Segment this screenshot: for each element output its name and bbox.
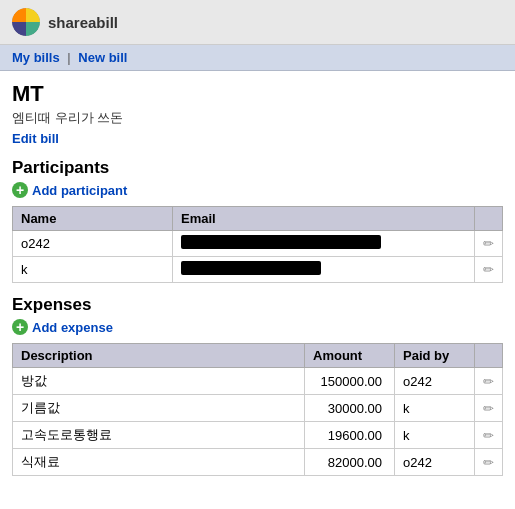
edit-expense-icon[interactable]: ✏: [483, 428, 494, 443]
expense-paid-by: k: [395, 395, 475, 422]
table-row: 식재료82000.00o242✏: [13, 449, 503, 476]
participants-col-email: Email: [173, 207, 475, 231]
table-row: 방값150000.00o242✏: [13, 368, 503, 395]
expenses-table: Description Amount Paid by 방값150000.00o2…: [12, 343, 503, 476]
expenses-col-paid-by: Paid by: [395, 344, 475, 368]
expense-edit-cell: ✏: [475, 368, 503, 395]
expense-paid-by: o242: [395, 368, 475, 395]
expense-edit-cell: ✏: [475, 422, 503, 449]
participant-edit-cell: ✏: [475, 231, 503, 257]
new-bill-link[interactable]: New bill: [78, 50, 127, 65]
expenses-col-description: Description: [13, 344, 305, 368]
add-expense-link[interactable]: + Add expense: [12, 319, 113, 335]
nav-bar: My bills | New bill: [0, 45, 515, 71]
my-bills-link[interactable]: My bills: [12, 50, 60, 65]
expense-amount: 19600.00: [305, 422, 395, 449]
content: MT 엠티때 우리가 쓰돈 Edit bill Participants + A…: [0, 71, 515, 490]
expense-paid-by: o242: [395, 449, 475, 476]
bill-subtitle: 엠티때 우리가 쓰돈: [12, 109, 503, 127]
expense-paid-by: k: [395, 422, 475, 449]
redacted-email: [181, 235, 381, 249]
participant-email: [173, 231, 475, 257]
expense-description: 기름값: [13, 395, 305, 422]
table-row: 기름값30000.00k✏: [13, 395, 503, 422]
expenses-col-amount: Amount: [305, 344, 395, 368]
add-participant-link[interactable]: + Add participant: [12, 182, 127, 198]
expense-amount: 150000.00: [305, 368, 395, 395]
nav-separator: |: [67, 50, 70, 65]
expense-description: 식재료: [13, 449, 305, 476]
edit-participant-icon[interactable]: ✏: [483, 262, 494, 277]
edit-expense-icon[interactable]: ✏: [483, 455, 494, 470]
expenses-col-action: [475, 344, 503, 368]
expense-description: 고속도로통행료: [13, 422, 305, 449]
edit-bill-link[interactable]: Edit bill: [12, 131, 59, 146]
redacted-email: [181, 261, 321, 275]
participant-name: o242: [13, 231, 173, 257]
participants-col-action: [475, 207, 503, 231]
expense-description: 방값: [13, 368, 305, 395]
expense-amount: 82000.00: [305, 449, 395, 476]
expenses-section-title: Expenses: [12, 295, 503, 315]
participants-table: Name Email o242✏k✏: [12, 206, 503, 283]
edit-participant-icon[interactable]: ✏: [483, 236, 494, 251]
logo-text: shareabill: [48, 14, 118, 31]
edit-expense-icon[interactable]: ✏: [483, 401, 494, 416]
table-row: o242✏: [13, 231, 503, 257]
table-row: 고속도로통행료19600.00k✏: [13, 422, 503, 449]
participants-section-title: Participants: [12, 158, 503, 178]
expense-edit-cell: ✏: [475, 449, 503, 476]
header: shareabill: [0, 0, 515, 45]
expense-edit-cell: ✏: [475, 395, 503, 422]
add-participant-icon: +: [12, 182, 28, 198]
participants-col-name: Name: [13, 207, 173, 231]
add-expense-icon: +: [12, 319, 28, 335]
participant-name: k: [13, 257, 173, 283]
expense-amount: 30000.00: [305, 395, 395, 422]
edit-expense-icon[interactable]: ✏: [483, 374, 494, 389]
participant-edit-cell: ✏: [475, 257, 503, 283]
logo-icon: [12, 8, 40, 36]
bill-title: MT: [12, 81, 503, 107]
participant-email: [173, 257, 475, 283]
add-expense-label: Add expense: [32, 320, 113, 335]
add-participant-label: Add participant: [32, 183, 127, 198]
table-row: k✏: [13, 257, 503, 283]
